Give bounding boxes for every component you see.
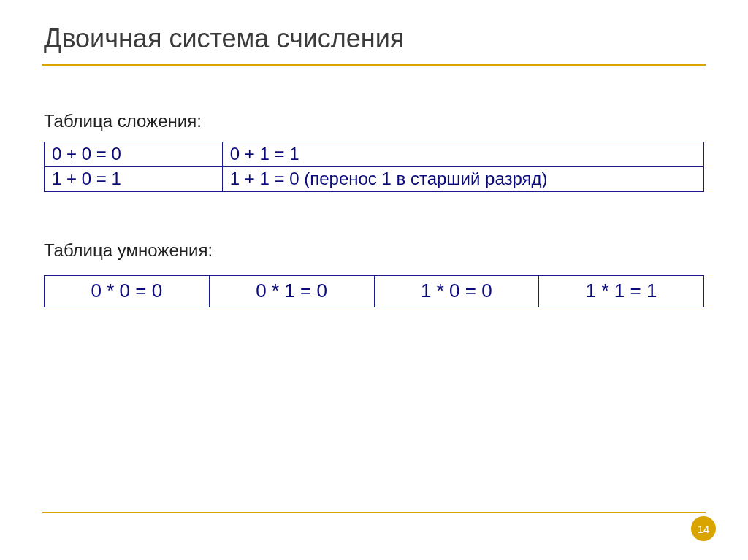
page-number: 14 [698,523,710,535]
table-row: 0 + 0 = 0 0 + 1 = 1 [45,142,704,167]
addition-cell: 1 + 0 = 1 [45,167,223,192]
page-number-badge: 14 [691,516,716,541]
addition-cell: 0 + 0 = 0 [45,142,223,167]
addition-cell: 1 + 1 = 0 (перенос 1 в старший разряд) [222,167,703,192]
title-block: Двоичная система счисления [44,23,704,66]
multiplication-cell: 1 * 0 = 0 [374,276,539,307]
multiplication-cell: 1 * 1 = 1 [539,276,704,307]
title-underline [42,64,706,66]
table-row: 0 * 0 = 0 0 * 1 = 0 1 * 0 = 0 1 * 1 = 1 [45,276,704,307]
page-title: Двоичная система счисления [44,23,704,64]
addition-cell: 0 + 1 = 1 [222,142,703,167]
multiplication-cell: 0 * 0 = 0 [45,276,210,307]
table-row: 1 + 0 = 1 1 + 1 = 0 (перенос 1 в старший… [45,167,704,192]
slide: Двоичная система счисления Таблица сложе… [0,0,748,560]
multiplication-cell: 0 * 1 = 0 [209,276,374,307]
footer-rule [42,512,706,513]
addition-label: Таблица сложения: [44,111,704,131]
addition-table: 0 + 0 = 0 0 + 1 = 1 1 + 0 = 1 1 + 1 = 0 … [44,142,704,192]
multiplication-table: 0 * 0 = 0 0 * 1 = 0 1 * 0 = 0 1 * 1 = 1 [44,275,704,307]
multiplication-label: Таблица умножения: [44,240,704,261]
